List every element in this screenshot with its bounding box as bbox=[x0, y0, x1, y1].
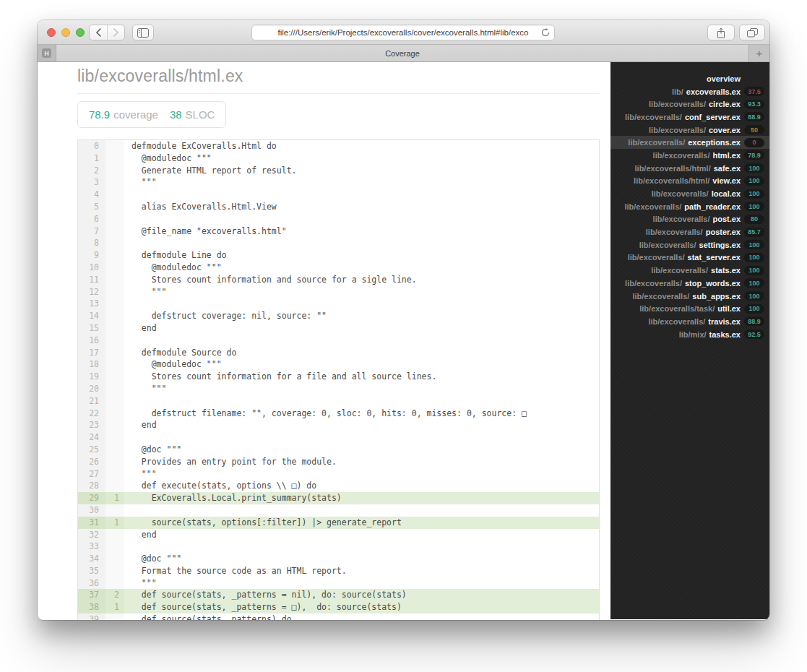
code-line: 37 2 def source(stats, _patterns = nil),… bbox=[78, 589, 599, 601]
code-line: 0 defmodule ExCoveralls.Html do bbox=[78, 140, 599, 152]
line-hit-count bbox=[105, 395, 124, 408]
line-source: ExCoveralls.Local.print_summary(stats) bbox=[124, 492, 599, 504]
sidebar-toggle-button[interactable] bbox=[132, 25, 154, 40]
line-source: def execute(stats, options \\ □) do bbox=[124, 480, 599, 492]
sidebar-file-item[interactable]: lib/mix/ tasks.ex 92.5 bbox=[610, 328, 769, 341]
line-number: 21 bbox=[78, 395, 105, 408]
sidebar-file-item[interactable]: lib/excoveralls/ stop_words.ex 100 bbox=[610, 277, 769, 290]
line-number: 10 bbox=[78, 262, 105, 274]
back-button[interactable] bbox=[90, 25, 107, 40]
line-hit-count bbox=[105, 213, 124, 225]
forward-button[interactable] bbox=[107, 25, 124, 40]
file-coverage-badge: 100 bbox=[744, 278, 764, 288]
sidebar-file-item[interactable]: lib/ excoveralls.ex 37.5 bbox=[610, 85, 769, 98]
sidebar-file-item[interactable]: lib/excoveralls/ settings.ex 100 bbox=[610, 238, 769, 251]
file-coverage-badge: 100 bbox=[744, 202, 764, 211]
file-path: lib/excoveralls/ bbox=[648, 317, 705, 326]
sidebar-file-item[interactable]: lib/excoveralls/ poster.ex 85.7 bbox=[610, 225, 769, 238]
line-hit-count bbox=[105, 140, 124, 152]
sidebar-file-item[interactable]: lib/excoveralls/ conf_server.ex 88.9 bbox=[610, 111, 769, 124]
code-line: 14 defstruct coverage: nil, source: "" bbox=[78, 310, 599, 322]
sidebar-file-item[interactable]: lib/excoveralls/ post.ex 80 bbox=[610, 213, 769, 226]
coverage-stat: 78.9coverage bbox=[89, 108, 158, 121]
line-hit-count bbox=[105, 225, 124, 238]
file-coverage-badge: 100 bbox=[744, 253, 764, 262]
line-number: 38 bbox=[78, 601, 105, 613]
line-number: 37 bbox=[78, 589, 105, 601]
code-line: 5 alias ExCoveralls.Html.View bbox=[78, 201, 599, 213]
sidebar-file-item[interactable]: lib/excoveralls/ circle.ex 93.3 bbox=[610, 98, 769, 111]
sidebar-file-item[interactable]: lib/excoveralls/ stat_server.ex 100 bbox=[610, 251, 769, 264]
zoom-window-button[interactable] bbox=[76, 28, 85, 37]
line-hit-count: 1 bbox=[105, 492, 124, 504]
tab-coverage[interactable]: Coverage bbox=[56, 45, 749, 61]
line-hit-count bbox=[105, 480, 124, 492]
reload-icon[interactable] bbox=[540, 27, 551, 38]
file-name: path_reader.ex bbox=[684, 202, 741, 211]
code-line: 38 1 def source(stats, _patterns = □), d… bbox=[78, 601, 599, 613]
tab-title: Coverage bbox=[385, 49, 420, 58]
sloc-label: SLOC bbox=[186, 108, 215, 121]
sidebar-file-item[interactable]: lib/excoveralls/ html.ex 78.9 bbox=[610, 149, 769, 162]
pinned-tab[interactable]: H bbox=[38, 45, 56, 61]
line-hit-count bbox=[105, 322, 124, 335]
sidebar-file-item[interactable]: lib/excoveralls/ path_reader.ex 100 bbox=[610, 200, 769, 213]
line-number: 16 bbox=[78, 335, 105, 347]
overview-link: overview bbox=[707, 74, 741, 83]
file-coverage-badge: 0 bbox=[744, 138, 764, 147]
sidebar-file-item[interactable]: lib/excoveralls/ travis.ex 88.9 bbox=[610, 315, 769, 328]
new-tab-button[interactable]: + bbox=[749, 45, 769, 61]
sidebar-file-item[interactable]: lib/excoveralls/ local.ex 100 bbox=[610, 187, 769, 200]
file-name: stat_server.ex bbox=[688, 253, 741, 262]
line-source bbox=[124, 213, 599, 225]
file-name: exceptions.ex bbox=[688, 138, 741, 147]
line-source: defstruct filename: "", coverage: 0, slo… bbox=[124, 408, 599, 420]
file-path: lib/mix/ bbox=[679, 330, 707, 339]
line-hit-count bbox=[105, 383, 124, 395]
line-hit-count bbox=[105, 529, 124, 541]
line-source: end bbox=[124, 529, 599, 541]
line-hit-count bbox=[105, 408, 124, 420]
show-all-tabs-button[interactable] bbox=[739, 25, 765, 40]
line-source: """ bbox=[124, 286, 599, 298]
sidebar-file-item[interactable]: lib/excoveralls/html/ safe.ex 100 bbox=[610, 162, 769, 175]
sidebar-file-item[interactable]: lib/excoveralls/task/ util.ex 100 bbox=[610, 302, 769, 315]
line-hit-count bbox=[105, 249, 124, 262]
close-window-button[interactable] bbox=[47, 28, 56, 37]
sidebar-file-item[interactable]: lib/excoveralls/ stats.ex 100 bbox=[610, 264, 769, 277]
line-source: end bbox=[124, 322, 599, 335]
line-number: 11 bbox=[78, 274, 105, 286]
line-hit-count bbox=[105, 431, 124, 444]
sidebar-file-item[interactable]: lib/excoveralls/ cover.ex 50 bbox=[610, 124, 769, 137]
page-title: lib/excoveralls/html.ex bbox=[77, 62, 600, 94]
sidebar-file-item[interactable]: lib/excoveralls/ exceptions.ex 0 bbox=[610, 136, 769, 149]
code-line: 27 """ bbox=[78, 468, 599, 481]
line-hit-count bbox=[105, 189, 124, 201]
file-coverage-badge: 100 bbox=[744, 189, 764, 199]
share-button[interactable] bbox=[707, 25, 735, 40]
line-number: 30 bbox=[78, 504, 105, 517]
line-number: 31 bbox=[78, 517, 105, 529]
line-hit-count bbox=[105, 419, 124, 431]
file-name: view.ex bbox=[712, 176, 741, 185]
line-hit-count bbox=[105, 165, 124, 177]
line-hit-count bbox=[105, 286, 124, 298]
file-coverage-badge: 92.5 bbox=[744, 329, 764, 339]
file-coverage-badge: 93.3 bbox=[744, 100, 764, 109]
sidebar-file-item[interactable]: lib/excoveralls/html/ view.ex 100 bbox=[610, 175, 769, 188]
sidebar-file-item[interactable]: lib/excoveralls/ sub_apps.ex 100 bbox=[610, 290, 769, 303]
code-line: 2 Generate HTML report of result. bbox=[78, 165, 599, 177]
file-path: lib/excoveralls/ bbox=[628, 253, 685, 262]
pinned-tab-favicon: H bbox=[42, 48, 51, 58]
line-hit-count: 1 bbox=[105, 601, 124, 613]
line-hit-count bbox=[105, 152, 124, 165]
line-number: 12 bbox=[78, 286, 105, 298]
sidebar-item-overview[interactable]: overview bbox=[610, 72, 769, 85]
code-line: 22 defstruct filename: "", coverage: 0, … bbox=[78, 408, 599, 420]
file-path: lib/excoveralls/ bbox=[628, 138, 685, 147]
address-bar[interactable]: file:///Users/erik/Projects/excoveralls/… bbox=[251, 25, 555, 40]
line-source: """ bbox=[124, 176, 599, 189]
line-number: 27 bbox=[78, 468, 105, 481]
file-name: settings.ex bbox=[699, 241, 741, 249]
minimize-window-button[interactable] bbox=[61, 28, 70, 37]
